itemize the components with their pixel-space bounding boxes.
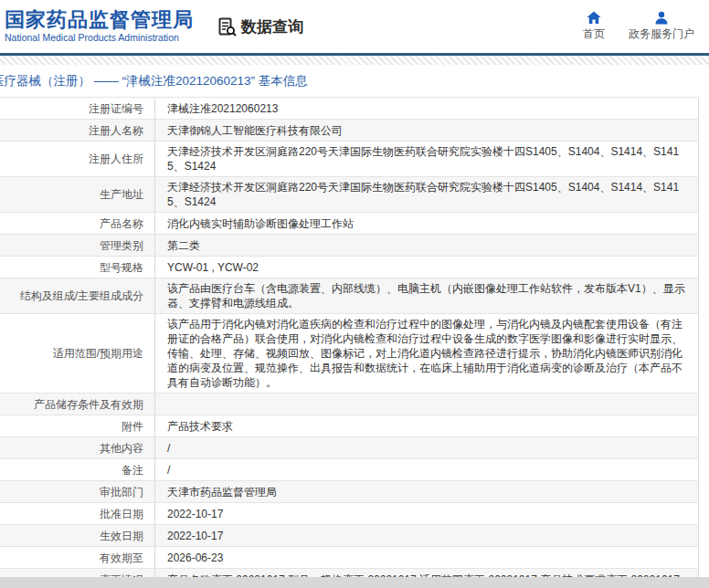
row-label: 注册证编号: [0, 98, 155, 119]
row-label: 结构及组成/主要组成成分: [0, 278, 155, 313]
row-label: 生效日期: [0, 525, 155, 546]
row-label: 批准日期: [0, 503, 155, 524]
agency-subtitle: National Medical Products Administration: [5, 33, 194, 44]
row-value: 2026-06-23: [155, 547, 699, 568]
row-label: 管理类别: [0, 235, 155, 256]
row-label: 注册人名称: [0, 120, 155, 141]
table-row: 备注/: [0, 459, 699, 481]
data-query-icon: [217, 17, 237, 37]
site-header: 国家药品监督管理局 National Medical Products Admi…: [0, 0, 709, 53]
header-nav: 首页 政务服务门户: [583, 11, 694, 42]
row-label: 注册人住所: [0, 142, 155, 176]
nav-portal-label: 政务服务门户: [629, 26, 694, 42]
data-query-label: 数据查询: [241, 16, 303, 37]
table-row: 注册人名称天津御锦人工智能医疗科技有限公司: [0, 120, 699, 142]
table-row: 生效日期2022-10-17: [0, 525, 699, 547]
row-label: 适用范围/预期用途: [0, 314, 155, 393]
row-value: /: [155, 459, 699, 480]
data-query-section[interactable]: 数据查询: [217, 16, 303, 37]
row-value: 天津经济技术开发区洞庭路220号天津国际生物医药联合研究院实验楼十四S1405、…: [155, 177, 699, 212]
row-value: 该产品由医疗台车（含电源装置、内部线缆）、电脑主机（内嵌图像处理工作站软件，发布…: [155, 278, 699, 313]
table-row: 注册证编号津械注准20212060213: [0, 98, 699, 120]
table-row: 产品储存条件及有效期: [0, 394, 699, 415]
row-value: 天津经济技术开发区洞庭路220号天津国际生物医药联合研究院实验楼十四S1405、…: [155, 142, 699, 176]
breadcrumb-wrap: 医疗器械（注册） —— “津械注准20212060213” 基本信息: [0, 65, 709, 97]
row-label: 附件: [0, 415, 155, 436]
table-row: 结构及组成/主要组成成分该产品由医疗台车（含电源装置、内部线缆）、电脑主机（内嵌…: [0, 278, 699, 314]
footer-strip: [0, 577, 709, 588]
row-label: 备注: [0, 459, 155, 480]
home-icon: [587, 11, 601, 25]
agency-title: 国家药品监督管理局: [5, 9, 194, 31]
agency-logo: 国家药品监督管理局 National Medical Products Admi…: [5, 9, 194, 44]
row-value: [155, 394, 699, 415]
table-row: 型号规格YCW-01 , YCW-02: [0, 257, 699, 278]
table-row: 审批部门天津市药品监督管理局: [0, 481, 699, 503]
row-value: 产品技术要求: [155, 415, 699, 436]
table-row: 管理类别第二类: [0, 235, 699, 257]
nav-home[interactable]: 首页: [583, 11, 605, 42]
row-value: 天津御锦人工智能医疗科技有限公司: [155, 120, 699, 141]
row-label: 有效期至: [0, 547, 155, 568]
table-row: 附件产品技术要求: [0, 415, 699, 437]
row-value: 津械注准20212060213: [155, 98, 699, 119]
row-value: YCW-01 , YCW-02: [155, 257, 699, 278]
breadcrumb: 医疗器械（注册） —— “津械注准20212060213” 基本信息: [0, 73, 709, 89]
table-row: 批准日期2022-10-17: [0, 503, 699, 525]
row-label: 型号规格: [0, 257, 155, 278]
row-value: 天津市药品监督管理局: [155, 481, 699, 502]
nav-home-label: 首页: [583, 26, 605, 42]
table-row: 生产地址天津经济技术开发区洞庭路220号天津国际生物医药联合研究院实验楼十四S1…: [0, 177, 699, 213]
row-label: 产品名称: [0, 213, 155, 234]
row-value: /: [155, 437, 699, 458]
row-label: 生产地址: [0, 177, 155, 212]
row-value: 2022-10-17: [155, 503, 699, 524]
table-row: 适用范围/预期用途该产品用于消化内镜对消化道疾病的检查和治疗过程中的图像处理，与…: [0, 314, 699, 394]
table-row: 产品名称消化内镜实时辅助诊断图像处理工作站: [0, 213, 699, 235]
nav-portal[interactable]: 政务服务门户: [629, 11, 694, 42]
row-label: 其他内容: [0, 437, 155, 458]
row-value: 该产品用于消化内镜对消化道疾病的检查和治疗过程中的图像处理，与消化内镜及内镜配套…: [155, 314, 699, 393]
row-label: 产品储存条件及有效期: [0, 394, 155, 415]
user-icon: [654, 11, 669, 25]
striped-band: [0, 56, 709, 65]
row-value: 第二类: [155, 235, 699, 256]
row-label: 审批部门: [0, 481, 155, 502]
row-value: 消化内镜实时辅助诊断图像处理工作站: [155, 213, 699, 234]
detail-table: 注册证编号津械注准20212060213注册人名称天津御锦人工智能医疗科技有限公…: [0, 97, 699, 588]
table-row: 有效期至2026-06-23: [0, 547, 699, 569]
row-value: 2022-10-17: [155, 525, 699, 546]
table-row: 其他内容/: [0, 437, 699, 459]
table-row: 注册人住所天津经济技术开发区洞庭路220号天津国际生物医药联合研究院实验楼十四S…: [0, 142, 699, 177]
